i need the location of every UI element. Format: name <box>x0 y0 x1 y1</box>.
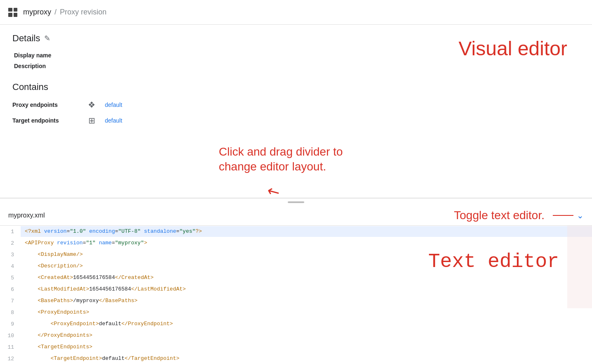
xml-filename: myproxy.xml <box>8 212 45 219</box>
toggle-text-editor-annotation: Toggle text editor. <box>454 209 545 222</box>
grid-icon <box>8 8 17 17</box>
header-bar: myproxy / Proxy revision <box>0 0 592 25</box>
line-number-7: 7 <box>0 298 21 304</box>
code-line-1: 1 <?xml version="1.0" encoding="UTF-8" s… <box>0 226 592 237</box>
toggle-line-decoration <box>553 215 573 216</box>
code-content-11: <TargetEndpoints> <box>21 342 592 352</box>
code-content-1: <?xml version="1.0" encoding="UTF-8" sta… <box>21 226 592 237</box>
description-label: Description <box>14 63 580 69</box>
click-drag-annotation: Click and drag divider tochange editor l… <box>219 144 343 175</box>
code-line-5: 5 <CreatedAt>1654456176584</CreatedAt> <box>0 272 592 284</box>
contains-title: Contains <box>12 82 580 92</box>
visual-editor-annotation: Visual editor <box>459 37 567 60</box>
text-editor-toolbar: myproxy.xml Toggle text editor. ⌄ <box>0 206 592 226</box>
line-number-3: 3 <box>0 252 21 258</box>
proxy-endpoints-link[interactable]: default <box>105 102 122 108</box>
code-line-10: 10 </ProxyEndpoints> <box>0 330 592 341</box>
line-number-2: 2 <box>0 240 21 246</box>
proxy-endpoints-row: Proxy endpoints ❖ default <box>12 100 580 110</box>
line-number-8: 8 <box>0 310 21 316</box>
line-number-4: 4 <box>0 263 21 269</box>
line-number-10: 10 <box>0 333 21 339</box>
code-line-7: 7 <BasePaths>/myproxy</BasePaths> <box>0 295 592 307</box>
details-title: Details <box>12 33 40 44</box>
proxy-endpoints-icon: ❖ <box>87 100 97 110</box>
target-endpoints-icon: ⊞ <box>87 116 97 125</box>
line-number-1: 1 <box>0 229 21 235</box>
code-content-7: <BasePaths>/myproxy</BasePaths> <box>21 295 592 306</box>
toggle-text-editor-area: Toggle text editor. ⌄ <box>454 209 584 222</box>
code-content-5: <CreatedAt>1654456176584</CreatedAt> <box>21 272 592 283</box>
target-endpoints-link[interactable]: default <box>105 117 122 124</box>
code-line-9: 9 <ProxyEndpoint>default</ProxyEndpoint> <box>0 318 592 330</box>
code-line-11: 11 <TargetEndpoints> <box>0 341 592 353</box>
proxy-endpoints-label: Proxy endpoints <box>12 102 78 108</box>
line-number-9: 9 <box>0 321 21 327</box>
edit-icon[interactable]: ✎ <box>44 34 50 43</box>
editor-minimap <box>567 226 592 308</box>
target-endpoints-label: Target endpoints <box>12 117 78 124</box>
code-content-8: <ProxyEndpoints> <box>21 307 592 318</box>
contains-section: Contains Proxy endpoints ❖ default Targe… <box>12 82 580 125</box>
code-content-10: </ProxyEndpoints> <box>21 330 592 341</box>
breadcrumb: myproxy / Proxy revision <box>23 8 107 17</box>
text-editor-annotation: Text editor <box>428 251 559 273</box>
visual-editor-panel: Visual editor Details ✎ Display name Des… <box>0 25 592 198</box>
line-number-12: 12 <box>0 356 21 362</box>
code-line-6: 6 <LastModifiedAt>1654456176584</LastMod… <box>0 284 592 295</box>
code-line-12: 12 <TargetEndpoint>default</TargetEndpoi… <box>0 353 592 364</box>
line-number-5: 5 <box>0 275 21 281</box>
code-line-2: 2 <APIProxy revision="1" name="myproxy"> <box>0 237 592 249</box>
code-content-6: <LastModifiedAt>1654456176584</LastModif… <box>21 284 592 295</box>
line-number-11: 11 <box>0 344 21 350</box>
text-editor-panel: myproxy.xml Toggle text editor. ⌄ Text e… <box>0 206 592 364</box>
divider-handle <box>288 201 304 203</box>
breadcrumb-proxy-name[interactable]: myproxy <box>23 8 51 17</box>
code-editor[interactable]: Text editor 1 <?xml version="1.0" encodi… <box>0 226 592 364</box>
code-content-2: <APIProxy revision="1" name="myproxy"> <box>21 238 592 248</box>
breadcrumb-separator: / <box>54 8 57 17</box>
toggle-chevron-icon[interactable]: ⌄ <box>577 210 584 220</box>
code-content-12: <TargetEndpoint>default</TargetEndpoint> <box>21 353 592 364</box>
target-endpoints-row: Target endpoints ⊞ default <box>12 116 580 125</box>
breadcrumb-current-page: Proxy revision <box>60 8 107 17</box>
code-content-9: <ProxyEndpoint>default</ProxyEndpoint> <box>21 319 592 329</box>
code-line-8: 8 <ProxyEndpoints> <box>0 307 592 318</box>
panel-divider[interactable] <box>0 198 592 206</box>
line-number-6: 6 <box>0 286 21 293</box>
